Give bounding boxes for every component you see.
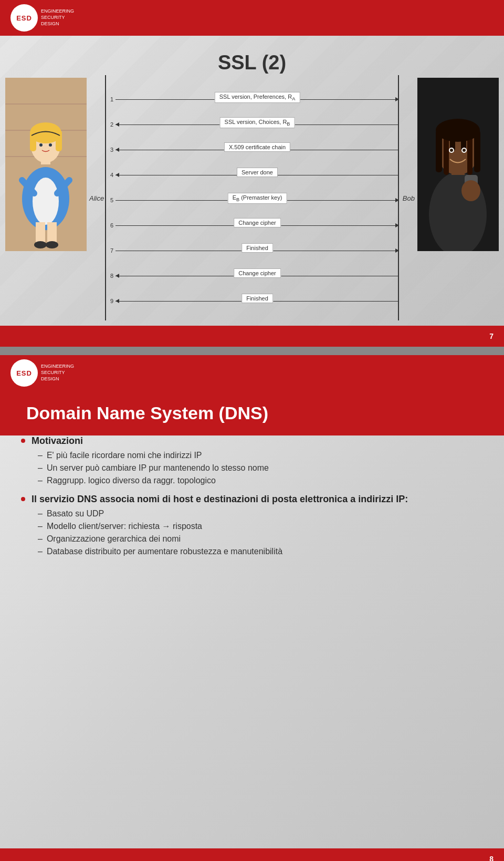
svg-point-32 bbox=[450, 149, 453, 152]
msg-row-5: 5 EB (Premaster key) bbox=[105, 197, 399, 203]
slide-1: ESD ENGINEERINGSECURITYDESIGN SSL (2) bbox=[0, 0, 504, 347]
svg-point-5 bbox=[33, 178, 59, 225]
msg-label-7: Finished bbox=[242, 243, 273, 253]
logo-subtitle: ENGINEERINGSECURITYDESIGN bbox=[41, 8, 74, 27]
msg-row-3: 3 X.509 certificate chain bbox=[105, 147, 399, 153]
slide2-header: ESD ENGINEERINGSECURITYDESIGN bbox=[0, 355, 504, 391]
slide2-footer: 8 bbox=[0, 848, 504, 861]
msg-row-8: 8 Change cipher bbox=[105, 273, 399, 279]
msg-label-4: Server done bbox=[237, 168, 278, 177]
bob-label: Bob bbox=[403, 194, 415, 202]
logo-2: ESD bbox=[10, 359, 38, 387]
slide1-header: ESD ENGINEERINGSECURITYDESIGN bbox=[0, 0, 504, 36]
msg-label-8: Change cipher bbox=[234, 268, 281, 278]
bob-image bbox=[417, 78, 499, 251]
svg-point-18 bbox=[46, 241, 58, 248]
svg-point-17 bbox=[34, 241, 47, 248]
msg-label-6: Change cipher bbox=[234, 218, 281, 227]
svg-point-11 bbox=[39, 143, 43, 147]
svg-point-29 bbox=[436, 119, 480, 142]
svg-point-33 bbox=[463, 149, 466, 152]
msg-label-1: SSL version, Preferences, RA bbox=[215, 92, 300, 103]
slide2-title: Domain Name System (DNS) bbox=[26, 403, 268, 423]
msg-label-3: X.509 certificate chain bbox=[224, 142, 290, 152]
slide1-title: SSL (2) bbox=[0, 36, 504, 74]
msg-label-2: SSL version, Choices, RB bbox=[220, 117, 295, 128]
sub-bullet-1-3: – Raggrupp. logico diverso da raggr. top… bbox=[38, 476, 483, 485]
protocol-diagram: Alice Bob 1 SSL version, Preferences, RA… bbox=[89, 75, 415, 320]
bullet-section-1: Motivazioni – E' più facile ricordare no… bbox=[21, 435, 483, 485]
sub-bullet-2-4: – Database distribuito per aumentare rob… bbox=[38, 547, 483, 556]
msg-row-6: 6 Change cipher bbox=[105, 222, 399, 229]
svg-rect-16 bbox=[47, 222, 57, 243]
logo: ESD bbox=[10, 4, 38, 32]
msg-row-9: 9 Finished bbox=[105, 298, 399, 304]
bullet-dot-1 bbox=[21, 439, 25, 443]
logo-subtitle-2: ENGINEERINGSECURITYDESIGN bbox=[41, 364, 74, 382]
msg-row-2: 2 SSL version, Choices, RB bbox=[105, 121, 399, 128]
slide2-content: Motivazioni – E' più facile ricordare no… bbox=[21, 435, 483, 848]
slide1-footer: 7 bbox=[0, 326, 504, 347]
sub-bullet-2-1: – Basato su UDP bbox=[38, 509, 483, 518]
bullet-main-1: Motivazioni bbox=[21, 435, 483, 447]
slide-gap bbox=[0, 347, 504, 351]
sub-bullet-2-3: – Organizzazione gerarchica dei nomi bbox=[38, 534, 483, 544]
msg-label-5: EB (Premaster key) bbox=[228, 193, 287, 204]
svg-point-35 bbox=[461, 180, 480, 201]
svg-rect-15 bbox=[36, 222, 45, 243]
bullet-section-2: Il servizio DNS associa nomi di host e d… bbox=[21, 494, 483, 556]
page-number-1: 7 bbox=[489, 332, 494, 340]
sub-bullet-1-1: – E' più facile ricordare nomi che indir… bbox=[38, 451, 483, 460]
bullet-main-2: Il servizio DNS associa nomi di host e d… bbox=[21, 494, 483, 505]
slide2-title-bar: Domain Name System (DNS) bbox=[0, 391, 504, 435]
slide-2: ESD ENGINEERINGSECURITYDESIGN Domain Nam… bbox=[0, 355, 504, 861]
svg-point-12 bbox=[49, 143, 52, 147]
sub-bullet-2-2: – Modello client/server: richiesta → ris… bbox=[38, 522, 483, 531]
bullet-dot-2 bbox=[21, 497, 25, 501]
alice-image bbox=[5, 78, 87, 251]
sub-bullet-1-2: – Un server può cambiare IP pur mantenen… bbox=[38, 463, 483, 473]
msg-row-7: 7 Finished bbox=[105, 247, 399, 254]
msg-row-1: 1 SSL version, Preferences, RA bbox=[105, 96, 399, 102]
msg-label-9: Finished bbox=[242, 294, 273, 303]
page-number-2: 8 bbox=[489, 855, 494, 861]
slide1-content: SSL (2) bbox=[0, 36, 504, 326]
alice-label: Alice bbox=[89, 194, 104, 202]
msg-row-4: 4 Server done bbox=[105, 172, 399, 178]
